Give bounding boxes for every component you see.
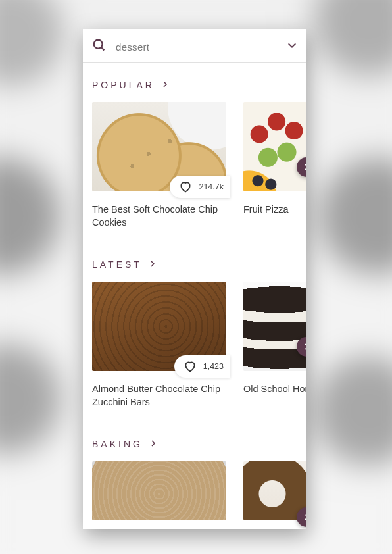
recipe-image [243,461,306,520]
recipe-image [92,461,226,520]
svg-point-0 [94,40,103,49]
recipe-title: Old School Homem [243,383,306,396]
recipe-image: 214.7k [92,102,226,191]
recipe-image [243,282,306,371]
svg-line-1 [101,47,105,51]
section-title: BAKING [92,439,143,449]
recipe-card[interactable]: Old School Homem [243,282,306,396]
chevron-right-icon [149,259,157,270]
carousel-next-button[interactable] [297,507,306,527]
chevron-right-icon [149,439,157,449]
recipe-card[interactable] [92,461,226,520]
recipe-title: The Best Soft Chocolate Chip Cookies [92,203,226,229]
section-title: LATEST [92,259,142,270]
app-frame: POPULAR 214.7k The Best Soft Chocolate C… [83,29,306,529]
recipe-title: Fruit Pizza [243,203,306,216]
content-scroll[interactable]: POPULAR 214.7k The Best Soft Chocolate C… [83,63,306,529]
section-header-popular[interactable]: POPULAR [92,80,306,90]
recipe-card[interactable]: 214.7k The Best Soft Chocolate Chip Cook… [92,102,226,229]
section-baking: BAKING [83,409,306,520]
recipe-image [243,102,306,191]
like-count: 1,423 [203,362,224,371]
baking-row [92,461,306,520]
like-pill[interactable]: 214.7k [170,176,230,198]
search-icon[interactable] [92,38,107,55]
section-header-latest[interactable]: LATEST [92,259,306,270]
like-pill[interactable]: 1,423 [174,355,230,378]
search-input[interactable] [114,41,279,53]
section-header-baking[interactable]: BAKING [92,439,306,449]
chevron-right-icon [161,80,169,90]
section-latest: LATEST 1,423 Almond Butter Chocolate Chi… [83,229,306,409]
section-popular: POPULAR 214.7k The Best Soft Chocolate C… [83,63,306,229]
like-count: 214.7k [199,182,224,191]
popular-row: 214.7k The Best Soft Chocolate Chip Cook… [92,102,306,229]
latest-row: 1,423 Almond Butter Chocolate Chip Zucch… [92,282,306,409]
section-title: POPULAR [92,80,155,90]
recipe-card[interactable] [243,461,306,520]
recipe-card[interactable]: Fruit Pizza [243,102,306,216]
search-bar [83,29,306,63]
recipe-card[interactable]: 1,423 Almond Butter Chocolate Chip Zucch… [92,282,226,409]
recipe-image: 1,423 [92,282,226,371]
chevron-down-icon[interactable] [287,40,297,53]
recipe-title: Almond Butter Chocolate Chip Zucchini Ba… [92,383,226,409]
